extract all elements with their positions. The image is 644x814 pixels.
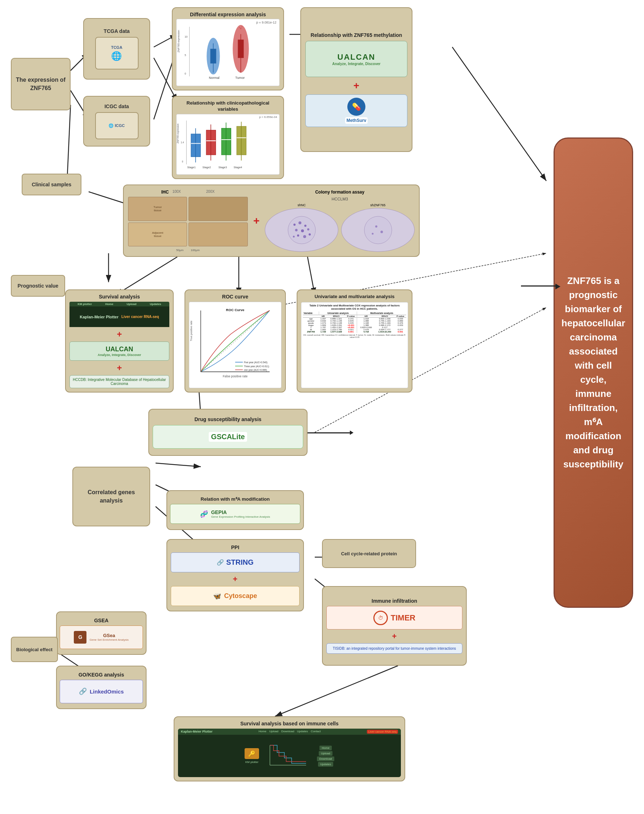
svg-text:Normal: Normal: [209, 76, 219, 80]
shnc-col: shNC: [265, 203, 338, 252]
ualcan-survival: UALCAN Analyze, Integrate, Discover: [69, 342, 169, 361]
svg-text:0: 0: [184, 72, 186, 75]
ppi-box: PPI 🔗 STRING + 🦋 Cytoscape: [166, 539, 304, 612]
survival-immune-box: Survival analysis based on immune cells …: [174, 716, 405, 782]
th-hr2: HR: [357, 315, 375, 317]
tisidb-box: TISIDB: an integrated repository portal …: [327, 643, 462, 654]
string-label: STRING: [226, 558, 254, 567]
km-toolbar: KM plotter Home Upload Updates: [69, 302, 169, 307]
ualcan-tagline: Analyze, Integrate, Discover: [332, 62, 380, 66]
svg-point-77: [371, 233, 373, 235]
gsca-label: GSCALite: [209, 432, 247, 442]
gepia-dna-icon: 🧬: [200, 510, 208, 518]
svg-line-8: [452, 47, 546, 181]
km2-content: 🔑 KM plotter Home Upload Download: [178, 735, 401, 777]
shnc-colony-img: [265, 208, 338, 252]
km2-btn-updates[interactable]: Updates: [318, 762, 333, 766]
svg-point-65: [299, 221, 301, 224]
svg-point-71: [303, 235, 306, 238]
pvalue-clinic: p = 6.659e-04: [259, 115, 277, 119]
ihc-grid: Tumortissue Adjacenttissue: [128, 197, 248, 246]
km-chart-area: Kaplan-Meier Plotter Liver cancer RNA-se…: [69, 307, 169, 327]
km2-liver-badge: Liver cancer RNA-seq: [367, 730, 398, 734]
m6a-title: Relation with m⁶A modification: [201, 497, 270, 502]
ualcan-survival-tagline: Analyze, Integrate, Discover: [98, 353, 141, 357]
km2-menu: Home Upload Download Updates Contact: [259, 730, 321, 734]
plus-sign-2: +: [117, 329, 122, 339]
table-footnote: OS: overall survival; HR: hazardous CI: …: [303, 334, 406, 338]
cytoscape-icon: 🦋: [213, 592, 221, 600]
km2-menu-upload[interactable]: Upload: [269, 730, 278, 734]
th-ci2: 95%CI: [375, 315, 394, 317]
arrow-drug-right: [308, 432, 351, 434]
gepia-name: GEPIA: [211, 509, 227, 515]
methsurv-icon-text: 💊: [352, 103, 361, 111]
correlated-title: Correlated genes analysis: [77, 488, 146, 505]
differential-box: Differential expression analysis p = 9.0…: [172, 7, 284, 90]
table-title: Table 2 Univariate and Multivariate COX …: [303, 304, 406, 310]
plus-sign-5: +: [392, 632, 397, 641]
svg-text:one year (AUC=0.666): one year (AUC=0.666): [244, 369, 267, 371]
col-univariate: Univariate analysis: [319, 311, 357, 315]
km2-title-text: Kaplan-Meier Plotter: [181, 730, 213, 734]
immune-title: Immune infiltration: [371, 598, 417, 604]
svg-text:ROC Curve: ROC Curve: [226, 308, 245, 312]
drug-title: Drug susceptibility analysis: [194, 416, 261, 422]
svg-point-67: [295, 228, 297, 231]
shnc-colony-svg: [287, 216, 316, 245]
km2-btn-upload[interactable]: Upload: [319, 751, 332, 756]
svg-point-74: [364, 216, 392, 244]
km2-menu-contact[interactable]: Contact: [311, 730, 321, 734]
icgc-box: ICGC data 🌐 ICGC: [83, 96, 150, 147]
timer-box: ⏱ TIMER: [327, 606, 462, 630]
colony-section: Colony formation assay HCCLM3 shNC: [265, 190, 415, 252]
km2-menu-updates[interactable]: Updates: [297, 730, 308, 734]
th-hr1: HR: [319, 315, 327, 317]
km2-btn-download[interactable]: Download: [317, 756, 334, 761]
svg-point-68: [301, 229, 304, 232]
arrow-to-result: [521, 285, 557, 287]
km-title: Kaplan-Meier Plotter: [80, 315, 119, 319]
expression-label: The expression of ZNF765: [15, 76, 66, 92]
gepia-text: GEPIA Gene Expression Profiling Interact…: [211, 509, 270, 518]
svg-text:Stage3: Stage3: [219, 166, 227, 169]
correlated-box: Correlated genes analysis: [72, 467, 150, 526]
km2-btn-home[interactable]: Home: [319, 746, 331, 750]
svg-point-70: [297, 235, 299, 237]
km-menu-4: Updates: [150, 302, 161, 306]
km2-menu-home[interactable]: Home: [259, 730, 266, 734]
svg-text:Stage4: Stage4: [234, 166, 242, 169]
roc-box: ROC curve ROC Curve False positive rate …: [184, 290, 286, 392]
km-menu-3: Upload: [127, 302, 136, 306]
svg-text:Stage2: Stage2: [202, 166, 211, 169]
col-multivariate: Multivariate analysis: [357, 311, 406, 315]
differential-chart: p = 9.081e-12 ZNF765 expression Normal: [176, 19, 280, 86]
differential-title: Differential expression analysis: [190, 12, 266, 17]
svg-text:ZNF765 expression: ZNF765 expression: [176, 123, 179, 143]
plus-sign-4: +: [233, 575, 238, 584]
shnc-label: shNC: [298, 203, 306, 207]
gsea-icon-text: G: [78, 634, 83, 640]
gsea-box: G GSea Gene Set Enrichment Analysis: [60, 625, 143, 649]
linkedomics-box: 🔗 LinkedOmics: [60, 680, 143, 703]
result-box: ZNF765 is a prognostic biomarker of hepa…: [554, 138, 633, 608]
svg-point-72: [308, 233, 311, 236]
arrowhead-result: [555, 284, 560, 290]
km2-menu-download[interactable]: Download: [282, 730, 294, 734]
biological-label: Biological effect: [16, 647, 52, 652]
ihc-img-4: [189, 222, 247, 247]
plus-sign-1: +: [353, 80, 359, 92]
gsea-logo-icon: G: [74, 631, 86, 644]
hccdb-box: HCCDB: Integrative Molecular Database of…: [69, 375, 169, 388]
colony-title: Colony formation assay: [265, 190, 415, 195]
ualcan-logo: UALCAN Analyze, Integrate, Discover: [305, 41, 407, 77]
shznf765-label: shZNF765: [371, 203, 386, 207]
svg-text:ZNF765 expression: ZNF765 expression: [177, 30, 180, 52]
biological-box: Biological effect: [11, 637, 58, 662]
ihc-img-2: [189, 197, 247, 221]
tisidb-label: TISIDB: an integrated repository portal …: [333, 647, 456, 650]
svg-text:10: 10: [184, 35, 187, 38]
ihc-title: IHC: [161, 190, 169, 195]
colony-images: shNC: [265, 203, 415, 252]
svg-text:5: 5: [184, 54, 186, 57]
